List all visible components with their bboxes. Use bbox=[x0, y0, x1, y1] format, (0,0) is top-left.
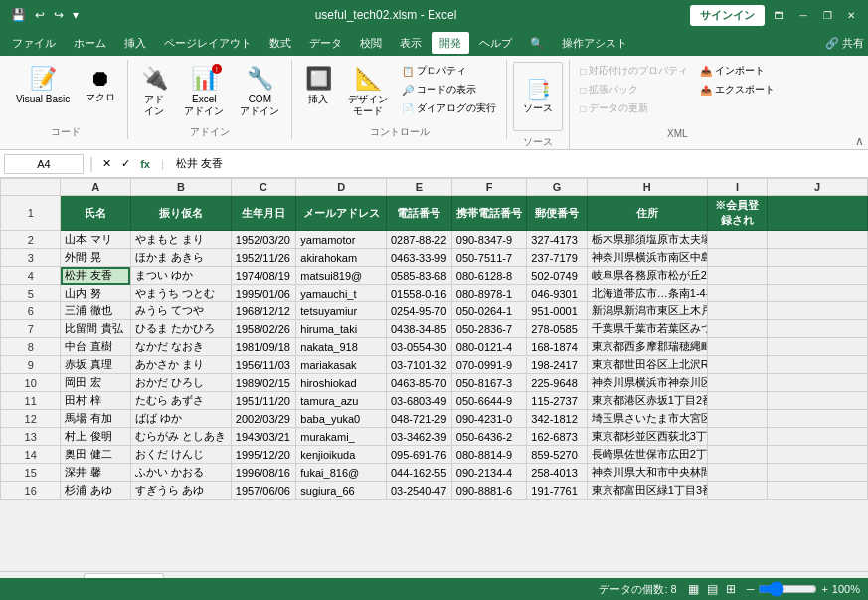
menu-assist[interactable]: 操作アシスト bbox=[554, 32, 635, 54]
data-cell[interactable] bbox=[707, 249, 767, 267]
view-code-button[interactable]: 🔎 コードの表示 bbox=[398, 81, 500, 99]
data-cell[interactable]: 050-6644-9 bbox=[451, 392, 527, 410]
data-cell[interactable]: 千葉県千葉市若葉区みつわ台3-2-3 bbox=[587, 320, 707, 338]
data-cell[interactable]: 0585-83-68 bbox=[386, 267, 451, 285]
data-cell[interactable]: やまもと まり bbox=[130, 231, 231, 249]
data-cell[interactable] bbox=[768, 338, 868, 356]
col-header-a[interactable]: A bbox=[61, 179, 131, 196]
data-cell[interactable]: hiruma_taki bbox=[296, 320, 387, 338]
macro-button[interactable]: ⏺ マクロ bbox=[80, 62, 121, 107]
undo-icon[interactable]: ↩ bbox=[32, 6, 48, 24]
row-header-9[interactable]: 9 bbox=[1, 356, 61, 374]
data-cell[interactable]: 2002/03/29 bbox=[231, 410, 295, 428]
col-header-g[interactable]: G bbox=[527, 179, 587, 196]
menu-search-icon[interactable]: 🔍 bbox=[522, 32, 552, 54]
row-header-13[interactable]: 13 bbox=[1, 428, 61, 446]
data-cell[interactable]: 237-7179 bbox=[527, 249, 587, 267]
close-button[interactable]: ✕ bbox=[842, 6, 860, 24]
data-cell[interactable]: ふかい かおる bbox=[130, 464, 231, 482]
data-cell[interactable]: 神奈川県横浜市神奈川区神大寺1丁目1番地 bbox=[587, 374, 707, 392]
data-cell[interactable]: 栃木県那須塩原市太夫塚3-3-4 bbox=[587, 231, 707, 249]
data-cell[interactable] bbox=[707, 410, 767, 428]
header-cell-8[interactable]: ※会員登録され bbox=[707, 196, 767, 231]
data-cell[interactable]: 0463-85-70 bbox=[386, 374, 451, 392]
col-header-i[interactable]: I bbox=[707, 179, 767, 196]
data-cell[interactable]: 03-2540-47 bbox=[386, 482, 451, 500]
data-cell[interactable]: 東京都世田谷区上北沢R1-4-1005 bbox=[587, 356, 707, 374]
col-header-j[interactable]: J bbox=[768, 179, 868, 196]
data-cell[interactable]: fukai_816@ bbox=[296, 464, 387, 482]
data-cell[interactable]: 1995/01/06 bbox=[231, 285, 295, 302]
data-cell[interactable]: 三浦 徹也 bbox=[61, 302, 131, 320]
menu-formula[interactable]: 数式 bbox=[261, 32, 299, 54]
data-cell[interactable] bbox=[707, 231, 767, 249]
data-cell[interactable] bbox=[768, 302, 868, 320]
menu-help[interactable]: ヘルプ bbox=[471, 32, 520, 54]
data-cell[interactable] bbox=[768, 446, 868, 464]
data-cell[interactable]: nakata_918 bbox=[296, 338, 387, 356]
data-cell[interactable]: 東京都西多摩郡瑞穂縄町長岡2-2-21 bbox=[587, 338, 707, 356]
data-cell[interactable] bbox=[707, 464, 767, 482]
insert-control-button[interactable]: 🔲 挿入 bbox=[298, 62, 338, 109]
data-cell[interactable]: むらがみ としあき bbox=[130, 428, 231, 446]
data-cell[interactable]: 村上 俊明 bbox=[61, 428, 131, 446]
data-cell[interactable]: 050-8167-3 bbox=[451, 374, 527, 392]
menu-file[interactable]: ファイル bbox=[4, 32, 64, 54]
data-cell[interactable] bbox=[768, 285, 868, 302]
col-header-f[interactable]: F bbox=[451, 179, 527, 196]
data-cell[interactable] bbox=[707, 320, 767, 338]
data-cell[interactable]: 1968/12/12 bbox=[231, 302, 295, 320]
data-cell[interactable]: 0254-95-70 bbox=[386, 302, 451, 320]
data-cell[interactable]: tamura_azu bbox=[296, 392, 387, 410]
data-cell[interactable]: 1956/11/03 bbox=[231, 356, 295, 374]
data-cell[interactable]: 1958/02/26 bbox=[231, 320, 295, 338]
col-header-h[interactable]: H bbox=[587, 179, 707, 196]
row-header-10[interactable]: 10 bbox=[1, 374, 61, 392]
data-cell[interactable]: 050-6436-2 bbox=[451, 428, 527, 446]
share-button[interactable]: 🔗 共有 bbox=[825, 36, 864, 51]
data-cell[interactable]: 岡田 宏 bbox=[61, 374, 131, 392]
col-header-c[interactable]: C bbox=[231, 179, 295, 196]
data-cell[interactable] bbox=[768, 410, 868, 428]
data-cell[interactable]: 山内 努 bbox=[61, 285, 131, 302]
data-cell[interactable] bbox=[707, 392, 767, 410]
data-cell[interactable]: 外間 晃 bbox=[61, 249, 131, 267]
data-cell[interactable]: 044-162-55 bbox=[386, 464, 451, 482]
data-cell[interactable] bbox=[707, 267, 767, 285]
data-cell[interactable]: 070-0991-9 bbox=[451, 356, 527, 374]
data-cell[interactable]: 神奈川県大和市中央林間2丁目2番地10号 bbox=[587, 464, 707, 482]
data-cell[interactable]: 新潟県新潟市東区上木戸1-1-3 bbox=[587, 302, 707, 320]
dropdown-icon[interactable]: ▾ bbox=[70, 6, 82, 24]
data-cell[interactable]: 松井 友香 bbox=[61, 267, 131, 285]
insert-function-icon[interactable]: fx bbox=[137, 157, 153, 171]
data-cell[interactable] bbox=[707, 338, 767, 356]
data-cell[interactable]: 951-0001 bbox=[527, 302, 587, 320]
data-cell[interactable]: 1943/03/21 bbox=[231, 428, 295, 446]
data-cell[interactable] bbox=[768, 392, 868, 410]
data-cell[interactable]: 080-8814-9 bbox=[451, 446, 527, 464]
data-cell[interactable]: 162-6873 bbox=[527, 428, 587, 446]
data-cell[interactable]: matsui819@ bbox=[296, 267, 387, 285]
data-cell[interactable]: ほかま あきら bbox=[130, 249, 231, 267]
design-mode-button[interactable]: 📐 デザインモード bbox=[342, 62, 394, 121]
col-header-e[interactable]: E bbox=[386, 179, 451, 196]
data-cell[interactable]: 080-8978-1 bbox=[451, 285, 527, 302]
menu-insert[interactable]: 挿入 bbox=[116, 32, 154, 54]
row-header-1[interactable]: 1 bbox=[1, 196, 61, 231]
dialog-button[interactable]: 📄 ダイアログの実行 bbox=[398, 100, 500, 117]
data-cell[interactable]: あかさか まり bbox=[130, 356, 231, 374]
header-cell-2[interactable]: 生年月日 bbox=[231, 196, 295, 231]
row-header-7[interactable]: 7 bbox=[1, 320, 61, 338]
data-cell[interactable]: 191-7761 bbox=[527, 482, 587, 500]
data-cell[interactable]: 258-4013 bbox=[527, 464, 587, 482]
data-cell[interactable]: baba_yuka0 bbox=[296, 410, 387, 428]
data-cell[interactable]: 1952/03/20 bbox=[231, 231, 295, 249]
data-cell[interactable]: akirahokam bbox=[296, 249, 387, 267]
data-cell[interactable]: 03-6803-49 bbox=[386, 392, 451, 410]
data-cell[interactable]: 赤坂 真理 bbox=[61, 356, 131, 374]
row-header-2[interactable]: 2 bbox=[1, 231, 61, 249]
data-cell[interactable]: おくだ けんじ bbox=[130, 446, 231, 464]
zoom-in-button[interactable]: + bbox=[821, 583, 827, 595]
col-header-b[interactable]: B bbox=[130, 179, 231, 196]
save-icon[interactable]: 💾 bbox=[8, 6, 29, 24]
